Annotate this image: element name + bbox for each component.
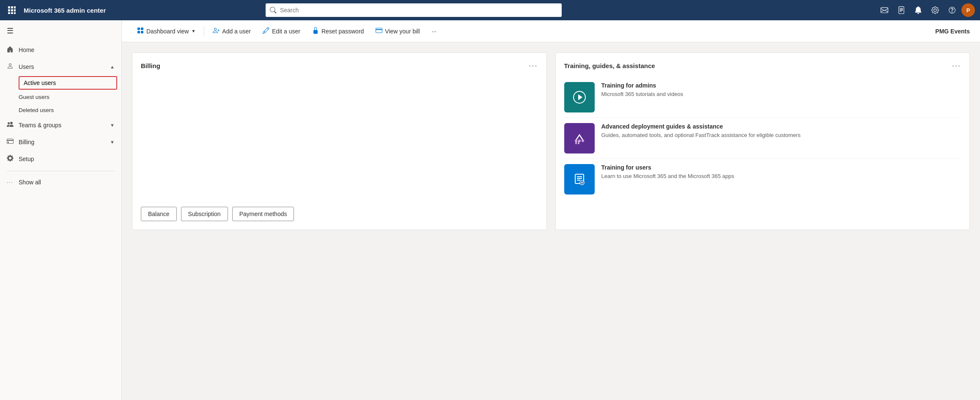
training-users-thumb [564,164,595,195]
add-user-label: Add a user [222,28,251,35]
main-layout: ☰ Home Users ▲ Active users Guest users [0,20,980,400]
sidebar-subitem-guest-users[interactable]: Guest users [19,90,121,104]
document-icon[interactable] [894,3,909,18]
edit-user-label: Edit a user [272,28,300,35]
toolbar-divider-1 [204,26,204,36]
training-deployment-text: Advanced deployment guides & assistance … [601,123,801,139]
balance-button[interactable]: Balance [141,207,177,221]
avatar[interactable]: P [961,3,975,17]
main-content: Dashboard view ▼ Add a user Edit a user [122,20,980,400]
top-nav-right-icons: P [877,3,975,18]
svg-point-14 [582,140,584,142]
sidebar-item-home[interactable]: Home [0,41,121,58]
billing-icon [7,138,14,146]
view-bill-icon [376,27,382,35]
sidebar-item-home-label: Home [19,47,34,53]
app-title: Microsoft 365 admin center [24,7,106,14]
training-item-admins[interactable]: Training for admins Microsoft 365 tutori… [564,77,961,118]
svg-point-13 [578,140,581,142]
dashboard-view-label: Dashboard view [146,28,189,35]
subscription-button[interactable]: Subscription [181,207,228,221]
add-user-icon [213,27,220,35]
search-icon [270,7,276,14]
training-users-title: Training for users [601,164,734,171]
show-all-icon: ··· [7,179,14,185]
sidebar-subitem-active-users[interactable]: Active users [19,76,117,90]
message-icon[interactable] [877,3,892,18]
sidebar-item-users[interactable]: Users ▲ [0,58,121,75]
billing-card: Billing ··· Balance Subscription Payment… [132,52,547,230]
training-deployment-thumb [564,123,595,153]
sidebar-item-teams-groups[interactable]: Teams & groups ▼ [0,117,121,134]
edit-user-icon [263,27,269,35]
sidebar: ☰ Home Users ▲ Active users Guest users [0,20,122,400]
toolbar: Dashboard view ▼ Add a user Edit a user [122,20,980,42]
billing-buttons: Balance Subscription Payment methods [141,207,538,221]
more-icon: ··· [432,28,437,35]
training-deployment-title: Advanced deployment guides & assistance [601,123,801,130]
view-bill-button[interactable]: View your bill [371,25,425,38]
svg-rect-3 [8,9,10,11]
svg-rect-0 [8,6,10,8]
content-area: Billing ··· Balance Subscription Payment… [122,42,980,240]
training-card-title: Training, guides, & assistance [564,62,655,69]
sidebar-hamburger[interactable]: ☰ [0,20,121,41]
more-options-button[interactable]: ··· [427,25,442,37]
teams-icon [7,121,14,129]
waffle-menu-icon[interactable] [5,3,19,17]
training-card: Training, guides, & assistance ··· [555,52,970,230]
training-item-users[interactable]: Training for users Learn to use Microsof… [564,159,961,200]
svg-rect-1 [11,6,13,8]
teams-chevron-icon: ▼ [110,123,115,128]
training-admins-text: Training for admins Microsoft 365 tutori… [601,82,684,98]
training-card-body: Training for admins Microsoft 365 tutori… [564,77,961,221]
sidebar-item-users-label: Users [19,63,34,70]
sidebar-item-setup-label: Setup [19,156,34,162]
svg-rect-4 [11,9,13,11]
billing-chevron-icon: ▼ [110,140,115,145]
sidebar-subitem-deleted-users[interactable]: Deleted users [19,104,121,117]
search-input[interactable] [280,7,558,14]
help-icon[interactable] [944,3,960,18]
edit-user-button[interactable]: Edit a user [258,25,305,38]
users-chevron-icon: ▲ [110,64,115,69]
training-card-menu[interactable]: ··· [952,61,961,70]
billing-card-title: Billing [141,62,160,69]
reset-password-button[interactable]: Reset password [307,25,369,38]
sidebar-item-teams-label: Teams & groups [19,122,61,129]
svg-rect-6 [8,12,10,14]
svg-rect-8 [14,12,16,14]
training-users-desc: Learn to use Microsoft 365 and the Micro… [601,173,734,180]
users-submenu: Active users Guest users Deleted users [0,76,121,117]
billing-card-body [141,77,538,198]
dashboard-view-button[interactable]: Dashboard view ▼ [132,25,200,38]
training-users-text: Training for users Learn to use Microsof… [601,164,734,180]
search-bar[interactable] [266,3,562,17]
svg-rect-7 [11,12,13,14]
training-card-header: Training, guides, & assistance ··· [564,61,961,70]
training-admins-title: Training for admins [601,82,684,89]
sidebar-item-billing-label: Billing [19,139,34,145]
reset-password-label: Reset password [321,28,364,35]
billing-card-menu[interactable]: ··· [529,61,538,70]
toolbar-right-label: PMG Events [935,28,970,35]
dashboard-view-icon [137,27,144,35]
setup-icon [7,155,14,163]
home-icon [7,46,14,54]
sidebar-item-setup[interactable]: Setup [0,151,121,167]
settings-icon[interactable] [928,3,943,18]
top-navigation: Microsoft 365 admin center P [0,0,980,20]
payment-methods-button[interactable]: Payment methods [232,207,294,221]
sidebar-item-billing[interactable]: Billing ▼ [0,134,121,151]
add-user-button[interactable]: Add a user [208,25,256,38]
billing-card-header: Billing ··· [141,61,538,70]
sidebar-divider [7,171,115,171]
sidebar-item-show-all-label: Show all [19,179,41,186]
training-item-deployment[interactable]: Advanced deployment guides & assistance … [564,118,961,159]
training-deployment-desc: Guides, automated tools, and optional Fa… [601,132,801,139]
bell-icon[interactable] [911,3,926,18]
svg-point-12 [575,140,577,142]
sidebar-item-show-all[interactable]: ··· Show all [0,175,121,190]
svg-rect-5 [14,9,16,11]
svg-rect-2 [14,6,16,8]
